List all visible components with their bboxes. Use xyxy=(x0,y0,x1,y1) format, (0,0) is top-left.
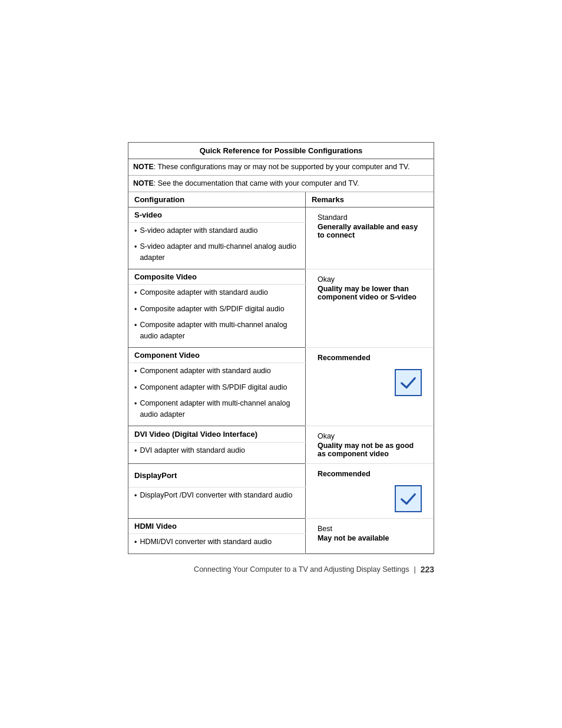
item-text-1-0: •Composite adapter with standard audio xyxy=(128,284,305,301)
bullet-icon: • xyxy=(134,398,137,410)
remarks-sub-3: Quality may not be as good as component … xyxy=(312,442,428,460)
table-title: Quick Reference for Possible Configurati… xyxy=(128,143,434,159)
bullet-text: Component adapter with multi-channel ana… xyxy=(140,398,299,420)
section-header-1: Composite VideoOkayQuality may be lower … xyxy=(128,269,434,284)
item-text-2-2: •Component adapter with multi-channel an… xyxy=(128,396,305,426)
remarks-title-2: Recommended xyxy=(312,351,428,363)
section-name-2: Component Video xyxy=(128,347,305,363)
item-text-5-0: •HDMI/DVI converter with standard audio xyxy=(128,533,305,553)
bullet-text: HDMI/DVI converter with standard audio xyxy=(140,536,272,548)
remarks-title-5: Best xyxy=(312,522,428,534)
remarks-title-1: Okay xyxy=(312,272,428,285)
footer: Connecting Your Computer to a TV and Adj… xyxy=(128,565,434,574)
bullet-text: Composite adapter with multi-channel ana… xyxy=(140,319,299,342)
item-text-1-1: •Composite adapter with S/PDIF digital a… xyxy=(128,301,305,318)
remarks-sub-1: Quality may be lower than component vide… xyxy=(312,285,428,304)
bullet-text: S-video adapter and multi-channel analog… xyxy=(140,241,299,263)
footer-page-number: 223 xyxy=(421,565,434,574)
checkmark-box-4 xyxy=(395,485,422,512)
section-name-1: Composite Video xyxy=(128,269,305,284)
item-text-0-0: •S-video adapter with standard audio xyxy=(128,222,305,239)
col-header-config: Configuration xyxy=(128,192,305,207)
section-header-2: Component VideoRecommended xyxy=(128,347,434,363)
section-header-3: DVI Video (Digital Video Interface)OkayQ… xyxy=(128,426,434,442)
col-header-remarks: Remarks xyxy=(305,192,434,207)
reference-table: Quick Reference for Possible Configurati… xyxy=(128,142,434,554)
item-text-2-1: •Component adapter with S/PDIF digital a… xyxy=(128,380,305,396)
remarks-title-4: Recommended xyxy=(312,467,428,479)
footer-pipe: | xyxy=(414,565,415,574)
footer-text: Connecting Your Computer to a TV and Adj… xyxy=(194,565,409,574)
note-label-2: NOTE xyxy=(133,179,154,187)
section-remarks-4: Recommended xyxy=(305,463,434,518)
item-text-1-2: •Composite adapter with multi-channel an… xyxy=(128,317,305,347)
section-name-4: DisplayPort xyxy=(128,463,305,487)
section-name-3: DVI Video (Digital Video Interface) xyxy=(128,426,305,442)
section-remarks-3: OkayQuality may not be as good as compon… xyxy=(305,426,434,463)
bullet-icon: • xyxy=(134,320,137,331)
item-text-0-1: •S-video adapter and multi-channel analo… xyxy=(128,239,305,269)
item-text-3-0: •DVI adapter with standard audio xyxy=(128,442,305,463)
bullet-text: DisplayPort /DVI converter with standard… xyxy=(140,490,292,501)
section-header-4: DisplayPortRecommended xyxy=(128,463,434,487)
page-wrapper: Quick Reference for Possible Configurati… xyxy=(128,142,434,574)
item-text-2-0: •Component adapter with standard audio xyxy=(128,363,305,379)
bullet-icon: • xyxy=(134,366,137,377)
section-remarks-5: BestMay not be available xyxy=(305,518,434,553)
checkmark-icon-2 xyxy=(399,374,417,391)
note-row-1: NOTE: These configurations may or may no… xyxy=(128,159,434,176)
section-remarks-0: StandardGenerally available and easy to … xyxy=(305,207,434,269)
checkmark-container-2 xyxy=(312,363,428,399)
bullet-icon: • xyxy=(134,490,137,502)
section-header-0: S-videoStandardGenerally available and e… xyxy=(128,207,434,222)
section-remarks-1: OkayQuality may be lower than component … xyxy=(305,269,434,347)
remarks-sub-5: May not be available xyxy=(312,534,428,545)
section-remarks-2: Recommended xyxy=(305,347,434,426)
remarks-title-3: Okay xyxy=(312,429,428,442)
note-label-1: NOTE xyxy=(133,163,154,171)
remarks-title-0: Standard xyxy=(312,210,428,223)
bullet-icon: • xyxy=(134,304,137,315)
bullet-text: Composite adapter with standard audio xyxy=(140,287,268,298)
bullet-text: Composite adapter with S/PDIF digital au… xyxy=(140,304,284,315)
bullet-text: Component adapter with standard audio xyxy=(140,365,270,377)
bullet-icon: • xyxy=(134,383,137,394)
checkmark-box-2 xyxy=(395,369,422,396)
bullet-icon: • xyxy=(134,226,137,237)
checkmark-container-4 xyxy=(312,479,428,515)
section-name-0: S-video xyxy=(128,207,305,222)
remarks-sub-0: Generally available and easy to connect xyxy=(312,223,428,242)
note-text-1: : These configurations may or may not be… xyxy=(154,163,410,171)
note-text-2: : See the documentation that came with y… xyxy=(154,179,359,187)
bullet-icon: • xyxy=(134,537,137,548)
section-name-5: HDMI Video xyxy=(128,518,305,533)
section-header-5: HDMI VideoBestMay not be available xyxy=(128,518,434,533)
note-row-2: NOTE: See the documentation that came wi… xyxy=(128,175,434,192)
bullet-text: DVI adapter with standard audio xyxy=(140,445,245,456)
bullet-icon: • xyxy=(134,242,137,253)
bullet-icon: • xyxy=(134,446,137,457)
bullet-text: S-video adapter with standard audio xyxy=(140,225,257,236)
checkmark-icon-4 xyxy=(399,490,417,508)
bullet-text: Component adapter with S/PDIF digital au… xyxy=(140,382,287,393)
item-text-4-0: •DisplayPort /DVI converter with standar… xyxy=(128,487,305,519)
bullet-icon: • xyxy=(134,288,137,299)
